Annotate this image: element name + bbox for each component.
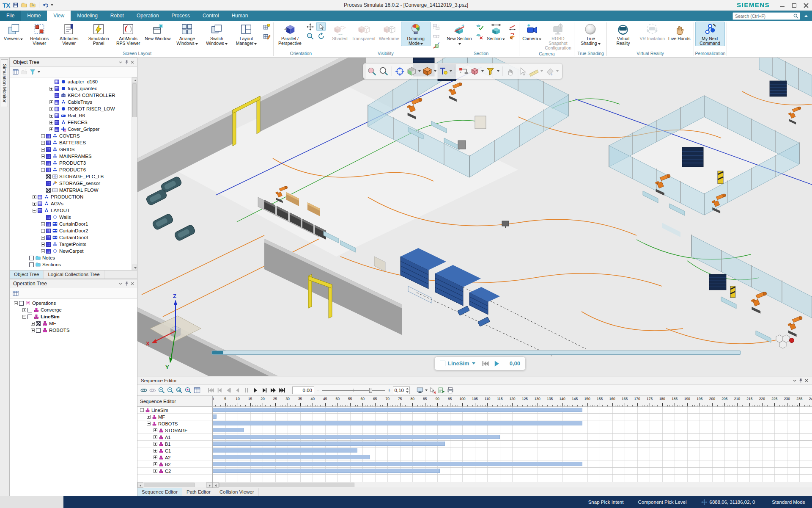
tab-sequence-editor[interactable]: Sequence Editor bbox=[137, 488, 182, 496]
tree-view-options-icon[interactable] bbox=[12, 290, 19, 297]
tree-expander[interactable] bbox=[33, 202, 36, 206]
control-cabinet[interactable] bbox=[475, 116, 486, 129]
tree-checkbox[interactable] bbox=[46, 134, 51, 138]
tree-expander[interactable] bbox=[41, 148, 45, 152]
gantt-bar-b1[interactable] bbox=[213, 442, 445, 446]
ribbon-small-gridpencil[interactable] bbox=[262, 31, 271, 40]
tree-item-newcarpet[interactable]: NewCarpet bbox=[10, 248, 137, 254]
tree-item-grids[interactable]: GRIDS bbox=[10, 146, 137, 153]
tree-expander[interactable] bbox=[33, 209, 36, 213]
tree-checkbox[interactable] bbox=[55, 100, 59, 105]
player-dropdown-icon[interactable] bbox=[472, 362, 475, 364]
tree-item-adapter-d160[interactable]: adapter_d160 bbox=[10, 78, 137, 85]
tree-expander[interactable] bbox=[22, 308, 26, 312]
tree-checkbox[interactable] bbox=[46, 181, 51, 186]
zoom-fit-icon[interactable] bbox=[176, 387, 183, 394]
ribbon-button-arrange-windows[interactable]: Arrange Windows bbox=[172, 22, 202, 46]
print-icon[interactable] bbox=[447, 387, 454, 394]
tab-robot[interactable]: Robot bbox=[104, 11, 130, 21]
gantt-row-c2[interactable] bbox=[213, 468, 812, 475]
tree-item-agvs[interactable]: AGVs bbox=[10, 200, 137, 207]
panel-close-icon[interactable] bbox=[129, 59, 135, 65]
ribbon-button-true-shading[interactable]: True Shading bbox=[576, 22, 605, 46]
gantt-bar-a1[interactable] bbox=[213, 435, 500, 439]
tree-item-cover-gripper[interactable]: Cover_Gripper bbox=[10, 126, 137, 133]
tree-expander[interactable] bbox=[147, 422, 151, 425]
tree-checkbox[interactable] bbox=[55, 127, 59, 132]
ribbon-button-viewers[interactable]: Viewers bbox=[2, 22, 25, 41]
vcenter-icon[interactable] bbox=[395, 66, 405, 77]
ribbon-button-shaded[interactable]: Shaded bbox=[329, 22, 350, 41]
tree-item-material-flow[interactable]: MATERIAL FLOW bbox=[10, 187, 137, 193]
tree-expander[interactable] bbox=[154, 428, 157, 432]
tree-expander[interactable] bbox=[31, 322, 35, 326]
time-interval-spinner[interactable]: 0,10 bbox=[393, 387, 410, 394]
object-tree-scrollbar[interactable] bbox=[132, 77, 137, 270]
gantt-row-a2[interactable] bbox=[213, 454, 812, 461]
operation-item-linesim[interactable]: LineSim bbox=[10, 313, 137, 320]
sequence-row-b1[interactable]: B1 bbox=[137, 441, 212, 447]
ribbon-button-virtual-reality[interactable]: Virtual Reality bbox=[608, 22, 638, 46]
vpaint-icon[interactable] bbox=[544, 66, 555, 77]
ribbon-button-relations-viewer[interactable]: Relations Viewer bbox=[25, 22, 54, 46]
tree-expander[interactable] bbox=[49, 107, 53, 111]
undo-icon[interactable] bbox=[42, 2, 49, 8]
gantt-row-a1[interactable] bbox=[213, 434, 812, 441]
ribbon-button-camera[interactable]: Camera bbox=[521, 22, 543, 41]
vdcube-icon[interactable] bbox=[422, 66, 433, 77]
speed-plus-icon[interactable]: + bbox=[387, 387, 392, 393]
tree-checkbox[interactable] bbox=[55, 113, 59, 118]
simulation-scrubber[interactable] bbox=[211, 351, 741, 355]
tree-checkbox[interactable] bbox=[46, 229, 51, 233]
gantt-bar-storage[interactable] bbox=[213, 428, 244, 432]
speed-slider[interactable] bbox=[322, 387, 385, 393]
ribbon-button-my-next-command[interactable]: My Next Command bbox=[695, 22, 725, 46]
panel-chevron-icon[interactable] bbox=[118, 281, 123, 287]
tree-expander[interactable] bbox=[154, 449, 157, 453]
tree-checkbox[interactable] bbox=[46, 147, 51, 152]
tree-expander[interactable] bbox=[154, 462, 157, 466]
step-forward-icon[interactable] bbox=[261, 387, 268, 394]
tree-item-fences[interactable]: FENCES bbox=[10, 119, 137, 126]
collapse-ribbon-icon[interactable] bbox=[804, 15, 808, 17]
gantt-bar-b2[interactable] bbox=[213, 462, 582, 466]
tab-operation[interactable]: Operation bbox=[130, 11, 165, 21]
dropdown-caret-icon[interactable] bbox=[418, 70, 421, 72]
vdim-icon[interactable] bbox=[458, 66, 468, 77]
filter-caret-icon[interactable] bbox=[38, 71, 40, 73]
search-input[interactable] bbox=[734, 13, 793, 19]
tree-expander[interactable] bbox=[154, 469, 157, 473]
tree-checkbox[interactable] bbox=[38, 202, 42, 206]
ribbon-button-switch-windows[interactable]: Switch Windows bbox=[202, 22, 231, 46]
tree-expander[interactable] bbox=[154, 442, 157, 446]
tree-checkbox[interactable] bbox=[36, 328, 41, 333]
gantt-bar-linesim[interactable] bbox=[213, 408, 582, 412]
sequence-row-a1[interactable]: A1 bbox=[137, 434, 212, 441]
ribbon-button-transparent[interactable]: Transparent bbox=[350, 22, 377, 41]
tree-item-batteries[interactable]: BATTERIES bbox=[10, 139, 137, 146]
gantt-row-b2[interactable] bbox=[213, 461, 812, 468]
tree-checkbox[interactable] bbox=[55, 86, 59, 91]
sequence-row-c1[interactable]: C1 bbox=[137, 447, 212, 454]
speed-minus-icon[interactable]: − bbox=[315, 387, 321, 393]
tab-control[interactable]: Control bbox=[196, 11, 225, 21]
ribbon-button-layout-manager[interactable]: Layout Manager bbox=[231, 22, 261, 46]
tree-item-product3[interactable]: PRODUCT3 bbox=[10, 160, 137, 166]
tree-item-notes[interactable]: Notes bbox=[10, 254, 137, 261]
dropdown-caret-icon[interactable] bbox=[434, 70, 436, 72]
interference-mode-icon[interactable] bbox=[429, 387, 436, 394]
tree-expander[interactable] bbox=[41, 155, 45, 158]
vzoom2-icon[interactable] bbox=[379, 66, 389, 77]
gantt-chart[interactable] bbox=[213, 407, 812, 482]
battery-rack[interactable] bbox=[682, 147, 703, 167]
tree-item-curtaindoor1[interactable]: CurtainDoor1 bbox=[10, 221, 137, 227]
ribbon-button-section[interactable]: Section bbox=[485, 22, 507, 41]
tree-checkbox[interactable] bbox=[46, 168, 51, 172]
gantt-row-b1[interactable] bbox=[213, 441, 812, 447]
jump-to-start-icon[interactable] bbox=[481, 359, 490, 368]
tree-expander[interactable] bbox=[22, 315, 26, 319]
tab-collision-viewer[interactable]: Collision Viewer bbox=[215, 488, 259, 496]
ribbon-small-secx[interactable] bbox=[475, 31, 484, 40]
panel-pin-icon[interactable] bbox=[123, 281, 129, 287]
gantt-row-storage[interactable] bbox=[213, 427, 812, 434]
